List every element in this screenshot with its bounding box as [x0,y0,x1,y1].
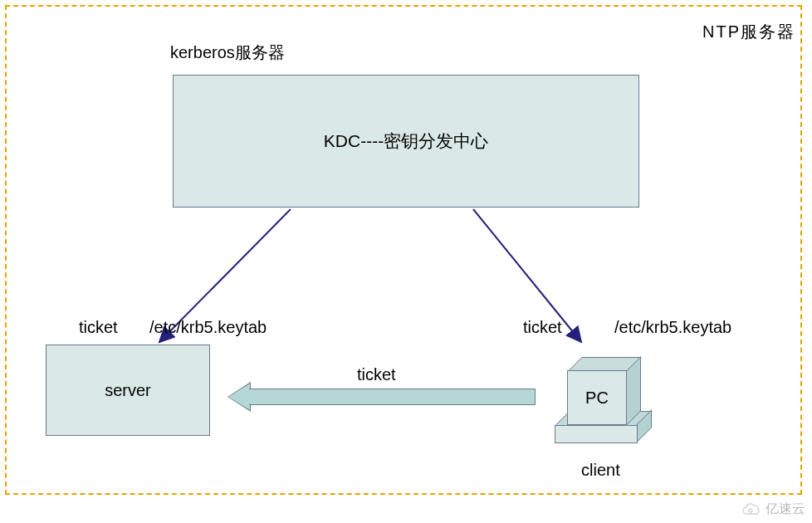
client-pc-shape: PC [552,349,656,448]
pc-text: PC [585,389,609,408]
watermark: 亿速云 [741,501,805,518]
ticket-label-left: ticket [79,318,118,337]
pc-base-front-face [555,425,638,443]
kdc-box: KDC----密钥分发中心 [173,75,639,208]
block-arrow-client-to-server [228,384,536,410]
keytab-path-left: /etc/krb5.keytab [149,318,267,337]
block-arrow-body [249,389,536,405]
server-box: server [46,345,210,436]
block-arrow-head-icon [228,384,250,410]
ntp-server-label: NTP服务器 [702,21,795,43]
kdc-text: KDC----密钥分发中心 [324,130,488,153]
kerberos-server-label: kerberos服务器 [170,42,285,64]
ticket-arrow-label: ticket [357,365,396,384]
client-label: client [581,461,620,480]
ticket-label-right: ticket [523,318,562,337]
pc-cube-front-face: PC [567,370,627,425]
watermark-text: 亿速云 [766,501,805,518]
keytab-path-right: /etc/krb5.keytab [614,318,731,337]
server-text: server [105,381,151,400]
cloud-icon [741,502,762,517]
